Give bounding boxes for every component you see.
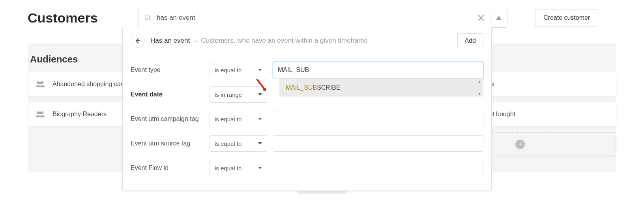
collapse-icon[interactable] — [496, 16, 502, 20]
popover-description: Customers, who have an event within a gi… — [201, 37, 368, 45]
dash: – — [194, 38, 197, 44]
event-type-input[interactable] — [273, 62, 483, 78]
filter-label: Event Flow id — [131, 164, 204, 172]
operator-select[interactable]: is equal to — [210, 62, 267, 78]
svg-line-1 — [149, 19, 151, 21]
chevron-down-icon — [258, 167, 262, 169]
chevron-down-icon — [258, 69, 262, 71]
filter-label: Event type — [131, 66, 204, 74]
chevron-down-icon — [258, 118, 262, 120]
plus-icon: + — [515, 140, 525, 149]
autocomplete-rest: SCRIBE — [317, 84, 341, 91]
chevron-down-icon — [258, 142, 262, 145]
filter-label: Event utm campaign tag — [131, 115, 204, 123]
operator-value: is equal to — [215, 67, 242, 74]
search-icon — [144, 14, 152, 22]
people-icon — [35, 80, 45, 88]
utm-campaign-input[interactable] — [273, 111, 483, 127]
autocomplete-item[interactable]: MAIL_SUBSCRIBE — [280, 79, 482, 96]
popover-breadcrumb: Has an event — [150, 37, 190, 45]
autocomplete-matched: MAIL_SUB — [286, 84, 317, 91]
autocomplete-dropdown: MAIL_SUBSCRIBE ▲ ▼ — [279, 78, 483, 97]
chevron-down-icon — [258, 93, 262, 96]
utm-source-input[interactable] — [273, 135, 483, 152]
search-container[interactable] — [138, 8, 507, 28]
operator-select[interactable]: is equal to — [210, 111, 267, 127]
operator-value: is in range — [215, 91, 242, 98]
people-icon — [35, 110, 45, 118]
operator-select[interactable]: is equal to — [210, 160, 267, 176]
svg-point-15 — [39, 112, 42, 115]
operator-value: is equal to — [215, 165, 242, 172]
create-customer-button[interactable]: Create customer — [535, 9, 598, 26]
search-input[interactable] — [157, 14, 477, 22]
divider — [490, 13, 490, 22]
operator-select[interactable]: is in range — [210, 86, 267, 103]
scrollbar[interactable]: ▲ ▼ — [477, 79, 482, 96]
operator-select[interactable]: is equal to — [210, 135, 267, 152]
filter-popover: Has an event – Customers, who have an ev… — [122, 27, 492, 191]
flow-id-input[interactable] — [273, 160, 483, 176]
operator-value: is equal to — [215, 140, 242, 147]
clear-search-icon[interactable] — [477, 14, 485, 21]
svg-point-6 — [39, 82, 42, 85]
add-filter-button[interactable]: Add — [457, 33, 483, 48]
filter-label: Event date — [131, 91, 204, 98]
audience-label: Biography Readers — [52, 111, 107, 118]
scroll-up-icon: ▲ — [478, 79, 481, 83]
scroll-down-icon: ▼ — [478, 92, 481, 96]
back-button[interactable] — [131, 34, 145, 48]
filter-label: Event utm source tag — [131, 140, 204, 147]
page-title: Customers — [28, 10, 122, 26]
svg-point-0 — [145, 15, 150, 20]
operator-value: is equal to — [215, 116, 242, 123]
